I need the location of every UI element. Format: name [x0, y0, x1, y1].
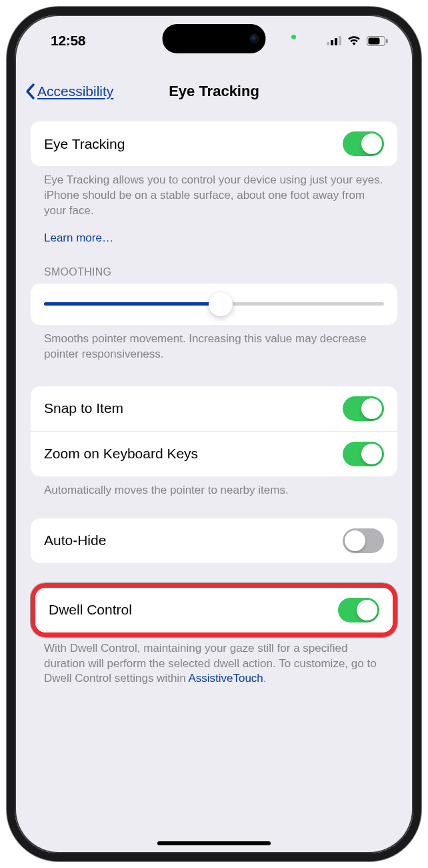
snap-to-item-label: Snap to Item — [44, 400, 123, 416]
zoom-keys-toggle[interactable] — [343, 442, 384, 466]
slider-fill — [44, 302, 221, 306]
dwell-control-label: Dwell Control — [49, 602, 132, 618]
back-label: Accessibility — [37, 83, 113, 99]
svg-rect-1 — [331, 40, 333, 45]
camera-icon — [250, 34, 259, 43]
back-button[interactable]: Accessibility — [24, 83, 113, 100]
smoothing-footer: Smooths pointer movement. Increasing thi… — [31, 325, 397, 362]
smoothing-header: SMOOTHING — [31, 266, 397, 284]
dynamic-island — [163, 24, 266, 53]
svg-rect-6 — [386, 39, 388, 43]
snap-to-item-row[interactable]: Snap to Item — [31, 386, 397, 431]
dwell-control-toggle[interactable] — [338, 598, 379, 622]
snap-to-item-toggle[interactable] — [343, 396, 384, 421]
svg-rect-3 — [339, 36, 341, 45]
status-time: 12:58 — [51, 33, 85, 49]
learn-more-link[interactable]: Learn more… — [44, 232, 113, 244]
dwell-highlight: Dwell Control — [31, 583, 397, 637]
smoothing-slider-card — [31, 284, 397, 325]
eye-tracking-card: Eye Tracking — [31, 121, 397, 166]
dwell-control-row[interactable]: Dwell Control — [35, 588, 393, 632]
auto-hide-row[interactable]: Auto-Hide — [31, 518, 397, 563]
eye-tracking-footer: Eye Tracking allows you to control your … — [31, 166, 397, 219]
zoom-keys-label: Zoom on Keyboard Keys — [44, 446, 198, 462]
svg-rect-0 — [327, 42, 329, 45]
snap-card: Snap to Item Zoom on Keyboard Keys — [31, 386, 397, 476]
auto-hide-label: Auto-Hide — [44, 532, 106, 548]
auto-hide-card: Auto-Hide — [31, 518, 397, 563]
dwell-footer: With Dwell Control, maintaining your gaz… — [31, 637, 397, 687]
home-indicator[interactable] — [157, 841, 271, 845]
smoothing-slider[interactable] — [44, 302, 384, 306]
page-title: Eye Tracking — [169, 83, 259, 100]
assistivetouch-link[interactable]: AssistiveTouch — [188, 672, 263, 685]
zoom-keys-row[interactable]: Zoom on Keyboard Keys — [31, 431, 397, 476]
eye-tracking-toggle[interactable] — [343, 131, 384, 156]
dwell-card: Dwell Control — [35, 588, 393, 632]
battery-icon — [367, 36, 388, 46]
wifi-icon — [347, 35, 361, 46]
snap-footer: Automatically moves the pointer to nearb… — [31, 476, 397, 498]
slider-knob-icon[interactable] — [209, 292, 233, 316]
auto-hide-toggle[interactable] — [343, 528, 384, 553]
svg-rect-5 — [369, 37, 380, 44]
nav-bar: Accessibility Eye Tracking — [15, 75, 413, 108]
camera-active-indicator-icon — [291, 35, 296, 39]
eye-tracking-row[interactable]: Eye Tracking — [31, 121, 397, 166]
eye-tracking-label: Eye Tracking — [44, 136, 125, 152]
cellular-signal-icon — [327, 36, 341, 45]
svg-rect-2 — [335, 38, 337, 45]
chevron-left-icon — [24, 83, 36, 100]
